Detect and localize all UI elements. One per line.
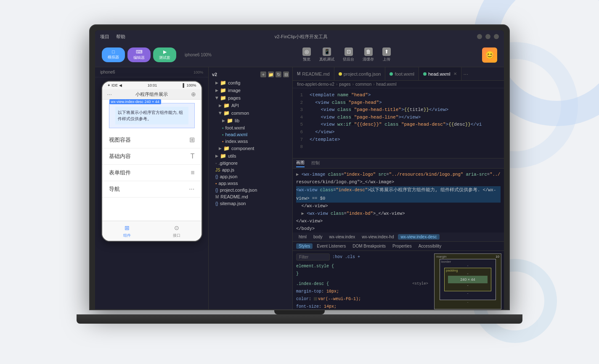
- tree-line-4-selected[interactable]: view> == $0: [296, 195, 501, 203]
- file-item-head-wxml[interactable]: ▪ head.wxml: [209, 131, 292, 138]
- refresh-icon[interactable]: ↻: [276, 71, 281, 77]
- real-test-button[interactable]: 📱 真机调试: [319, 47, 334, 62]
- style-tab-dom-bp[interactable]: DOM Breakpoints: [350, 243, 388, 249]
- box-border: border - padding - 240 × 44 -: [440, 259, 496, 300]
- json-tab-icon: [339, 72, 342, 76]
- file-item-pages[interactable]: ▶ 📁 pages: [209, 94, 292, 102]
- el-tab-index-desc[interactable]: wx-view.index-desc: [398, 234, 439, 240]
- minimize-button[interactable]: [477, 34, 482, 39]
- preview-label: 预览: [303, 57, 310, 62]
- new-folder-icon[interactable]: 📁: [268, 71, 274, 77]
- bottom-nav-api[interactable]: ⊙ 接口: [152, 221, 201, 241]
- file-name: project.config.json: [220, 187, 257, 193]
- file-item-api[interactable]: ▶ 📁 API: [209, 102, 292, 109]
- collapse-icon[interactable]: ⊟: [283, 71, 289, 77]
- style-tab-access[interactable]: Accessibility: [416, 243, 444, 249]
- more-tabs-icon[interactable]: ···: [463, 71, 468, 77]
- file-item-project-config[interactable]: {} project.config.json: [209, 187, 292, 193]
- wxml-tab-icon: [423, 72, 427, 76]
- breadcrumb-sep-0: ›: [336, 82, 337, 87]
- folder-icon: 📁: [223, 110, 230, 116]
- code-line-3: <view class="page-head-title">{{title}}<…: [310, 106, 504, 114]
- app-screen: 项目 帮助 v2-FinClip小程序开发工具 □: [95, 30, 504, 309]
- close-button[interactable]: [494, 34, 499, 39]
- el-tab-body[interactable]: body: [311, 234, 325, 240]
- test-button[interactable]: ▶ 测试套: [153, 47, 176, 62]
- user-avatar[interactable]: 😊: [482, 47, 497, 63]
- file-item-lib[interactable]: ▶ 📁 lib: [209, 117, 292, 124]
- file-item-app-wxss[interactable]: ▪ app.wxss: [209, 180, 292, 187]
- devtools-tab-control[interactable]: 控制: [311, 160, 320, 167]
- file-name: image: [228, 88, 241, 93]
- component-icon: ⊞: [123, 224, 131, 232]
- file-name: head.wxml: [225, 132, 248, 137]
- maximize-button[interactable]: [485, 34, 490, 39]
- code-line-1: <template name="head">: [310, 92, 504, 99]
- el-tab-html[interactable]: html: [296, 234, 309, 240]
- menu-item-views[interactable]: 视图容器 ⊞: [102, 132, 201, 148]
- tree-line-3-selected[interactable]: <wx-view class="index-desc">以下将展示小程序官方组件…: [296, 186, 501, 195]
- tab-head-wxml[interactable]: head.wxml ✕: [419, 67, 462, 80]
- code-content[interactable]: <template name="head"> <view class="page…: [306, 88, 504, 158]
- chevron-icon: ▶: [219, 103, 222, 108]
- titlebar: 项目 帮助 v2-FinClip小程序开发工具: [95, 30, 504, 43]
- style-tab-props[interactable]: Properties: [390, 243, 414, 249]
- upload-button[interactable]: ⬆ 上传: [382, 47, 391, 62]
- tree-line-7: </wx-view>: [296, 218, 501, 225]
- folder-icon: 📁: [220, 153, 226, 159]
- file-item-common[interactable]: ▶ 📁 common: [209, 109, 292, 117]
- clear-cache-label: 清缓存: [363, 57, 374, 62]
- main-content: iphone6 100% ✦ IDE ◀ 10:01 ▌ 100% ···: [95, 67, 504, 309]
- style-tab-styles[interactable]: Styles: [296, 243, 313, 249]
- new-file-icon[interactable]: +: [260, 71, 266, 77]
- toolbar-center: ◎ 预览 📱 真机调试 ⊡ 切后台: [217, 47, 477, 62]
- cut-button[interactable]: ⊡ 切后台: [343, 47, 354, 62]
- file-item-config[interactable]: ▶ 📁 config: [209, 79, 292, 87]
- style-tab-events[interactable]: Event Listeners: [314, 243, 348, 249]
- element-text: 以下将展示小程序官方组件能力, 组件样式仅供参考。: [115, 107, 188, 124]
- file-item-foot-wxml[interactable]: ▪ foot.wxml: [209, 124, 292, 131]
- file-item-image[interactable]: ▶ 📁 image: [209, 87, 292, 94]
- el-tab-index[interactable]: wx-view.index: [327, 234, 358, 240]
- file-item-gitignore[interactable]: ◦ .gitignore: [209, 160, 292, 166]
- style-panel-tabs: Styles Event Listeners DOM Breakpoints P…: [293, 242, 504, 251]
- clear-cache-button[interactable]: 🗑 清缓存: [363, 47, 374, 62]
- el-tab-index-hd[interactable]: wx-view.index-hd: [359, 234, 396, 240]
- pseudo-filter[interactable]: :hov .cls +: [332, 253, 360, 261]
- menu-item-form[interactable]: 表单组件 ≡: [102, 165, 201, 181]
- padding-bottom-val: -: [448, 283, 488, 288]
- editor-button[interactable]: ⌨ 编辑器: [127, 47, 151, 62]
- file-item-readme[interactable]: M README.md: [209, 193, 292, 200]
- tab-label: README.md: [302, 71, 329, 76]
- tab-close-icon[interactable]: ✕: [453, 71, 457, 76]
- file-item-app-js[interactable]: JS app.js: [209, 166, 292, 173]
- menu-item-nav[interactable]: 导航 ···: [102, 181, 201, 198]
- file-item-sitemap[interactable]: {} sitemap.json: [209, 200, 292, 207]
- tab-project-config[interactable]: project.config.json: [334, 67, 386, 80]
- file-item-utils[interactable]: ▶ 📁 utils: [209, 152, 292, 160]
- upload-icon: ⬆: [382, 47, 391, 56]
- devtools-tab-render[interactable]: 画图: [296, 160, 305, 167]
- file-item-app-json[interactable]: {} app.json: [209, 173, 292, 180]
- menu-help[interactable]: 帮助: [116, 34, 125, 40]
- style-prop-margin-top: margin-top: 10px;: [296, 288, 428, 295]
- chevron-icon: ▶: [215, 88, 218, 92]
- file-name: API: [231, 103, 239, 108]
- file-item-component[interactable]: ▶ 📁 component: [209, 145, 292, 152]
- file-item-index-wxss[interactable]: ▪ index.wxss: [209, 138, 292, 145]
- bottom-nav-component[interactable]: ⊞ 组件: [102, 221, 152, 241]
- folder-icon: 📁: [220, 95, 226, 101]
- style-filter-input[interactable]: [296, 253, 330, 261]
- status-time: 10:01: [148, 83, 157, 87]
- code-editor[interactable]: 1 2 3 4 5 6 7 8 <template name="head">: [293, 88, 504, 158]
- preview-button[interactable]: ◎ 预览: [302, 47, 311, 62]
- menu-project[interactable]: 项目: [100, 34, 109, 40]
- tab-readme[interactable]: M README.md: [293, 67, 334, 80]
- box-content: 240 × 44: [448, 276, 488, 283]
- tab-foot-wxml[interactable]: foot.wxml: [385, 67, 419, 80]
- code-line-7: </template>: [310, 136, 504, 144]
- styles-panel: :hov .cls + element.style { } .index-des…: [293, 251, 504, 310]
- file-name: sitemap.json: [220, 201, 246, 206]
- menu-item-basic[interactable]: 基础内容 T: [102, 148, 201, 165]
- simulate-button[interactable]: □ 模拟器: [102, 47, 125, 62]
